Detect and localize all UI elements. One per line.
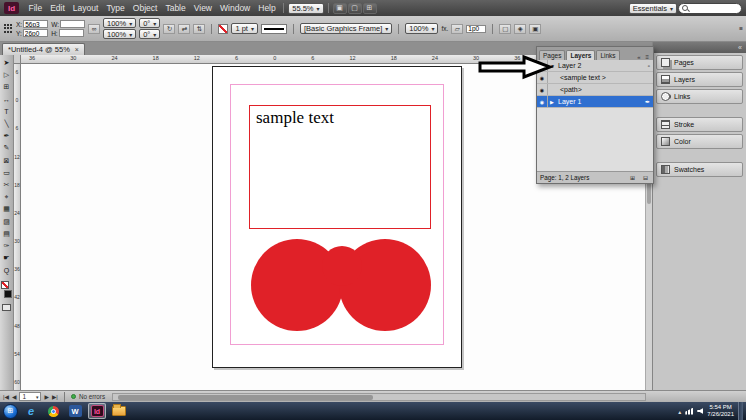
stroke-type-combo[interactable]: [261, 24, 287, 34]
horizontal-scrollbar[interactable]: [112, 393, 646, 401]
visibility-eye-icon[interactable]: ◉: [537, 84, 548, 95]
scissors-tool[interactable]: ✂: [0, 179, 13, 191]
rotation-angle-combo[interactable]: 0°: [139, 18, 160, 28]
red-circle-small[interactable]: [322, 246, 362, 286]
show-hidden-icons[interactable]: ▴: [678, 408, 681, 415]
visibility-eye-icon[interactable]: ◉: [537, 96, 548, 107]
fill-swatch[interactable]: [1, 281, 9, 289]
page-number-combo[interactable]: 1: [19, 392, 41, 401]
view-options-icon[interactable]: ▣: [333, 3, 347, 14]
close-tab-icon[interactable]: ×: [75, 46, 79, 53]
tab-layers[interactable]: Layers: [566, 50, 595, 60]
explorer-taskbar-icon[interactable]: [110, 403, 128, 419]
taskbar-clock[interactable]: 5:54 PM 7/26/2021: [707, 404, 734, 418]
stroke-weight-combo[interactable]: 1 pt: [231, 23, 258, 34]
opacity-combo[interactable]: 100%: [405, 23, 438, 34]
object-style-combo[interactable]: [Basic Graphics Frame]: [300, 23, 392, 34]
menu-type[interactable]: Type: [103, 3, 128, 13]
stroke-swatch[interactable]: [4, 290, 12, 298]
selection-square-icon[interactable]: ▫: [648, 63, 650, 69]
dock-stroke-button[interactable]: Stroke: [656, 117, 743, 132]
new-layer-icon[interactable]: ⊞: [628, 174, 637, 181]
rectangle-frame-tool[interactable]: ⊠: [0, 155, 13, 167]
wrap-shape-icon[interactable]: ▣: [529, 24, 541, 34]
ruler-origin-box[interactable]: [14, 55, 21, 64]
last-page-icon[interactable]: ▶|: [52, 394, 58, 400]
dock-layers-button[interactable]: Layers: [656, 72, 743, 87]
y-field[interactable]: [23, 29, 48, 37]
volume-icon[interactable]: [697, 408, 703, 414]
free-transform-tool[interactable]: ⌖: [0, 191, 13, 203]
view-mode-button[interactable]: [2, 304, 11, 311]
pencil-tool[interactable]: ✎: [0, 142, 13, 154]
tab-links[interactable]: Links: [596, 50, 619, 60]
zoom-tool[interactable]: Q: [0, 264, 13, 276]
corner-radius-field[interactable]: [466, 25, 486, 33]
text-frame[interactable]: sample text: [249, 105, 431, 229]
layer-item-sample-text[interactable]: ◉ <sample text >: [537, 72, 653, 84]
gap-tool[interactable]: ↔: [0, 94, 13, 106]
dock-swatches-button[interactable]: Swatches: [656, 162, 743, 177]
line-tool[interactable]: ╲: [0, 118, 13, 130]
arrange-documents-icon[interactable]: ⊞: [363, 3, 377, 14]
indesign-taskbar-icon[interactable]: Id: [88, 403, 106, 419]
menu-view[interactable]: View: [190, 3, 215, 13]
note-tool[interactable]: ▤: [0, 228, 13, 240]
zoom-level-combo[interactable]: 55.5%: [288, 3, 323, 14]
collapse-dock-icon[interactable]: «: [738, 44, 742, 51]
stroke-color-none-swatch[interactable]: [218, 24, 228, 34]
drop-shadow-icon[interactable]: ▱: [451, 24, 463, 34]
scale-x-combo[interactable]: 100%: [103, 18, 136, 28]
chrome-taskbar-icon[interactable]: [44, 403, 62, 419]
screen-mode-icon[interactable]: ▢: [348, 3, 362, 14]
horizontal-scrollbar-thumb[interactable]: [118, 395, 373, 400]
direct-selection-tool[interactable]: ▷: [0, 69, 13, 81]
menu-table[interactable]: Table: [162, 3, 189, 13]
x-field[interactable]: [23, 20, 48, 28]
constrain-proportions-icon[interactable]: ∞: [88, 24, 100, 34]
dock-pages-button[interactable]: Pages: [656, 55, 743, 70]
start-button[interactable]: ⊞: [3, 404, 18, 419]
w-field[interactable]: [60, 20, 85, 28]
flip-horizontal-icon[interactable]: ⇄: [178, 24, 190, 34]
type-tool[interactable]: T: [0, 106, 13, 118]
reference-point-locator[interactable]: [3, 24, 13, 34]
show-desktop-button[interactable]: [738, 402, 743, 420]
eyedropper-tool[interactable]: ✑: [0, 240, 13, 252]
effects-fx-button[interactable]: fx.: [441, 25, 448, 32]
layer-row-layer-1[interactable]: ◉ ▶ Layer 1 ✒: [537, 96, 653, 108]
vertical-ruler[interactable]: 606121824303642485460: [14, 64, 21, 390]
scale-y-combo[interactable]: 100%: [103, 29, 136, 39]
menu-file[interactable]: File: [25, 3, 46, 13]
dock-color-button[interactable]: Color: [656, 134, 743, 149]
flip-vertical-icon[interactable]: ⇅: [193, 24, 205, 34]
network-icon[interactable]: [685, 408, 693, 415]
layer-item-path[interactable]: ◉ <path>: [537, 84, 653, 96]
menu-help[interactable]: Help: [255, 3, 279, 13]
document-page[interactable]: sample text: [212, 66, 462, 368]
menu-layout[interactable]: Layout: [69, 3, 102, 13]
shear-angle-combo[interactable]: 0°: [139, 29, 160, 39]
word-taskbar-icon[interactable]: W: [66, 403, 84, 419]
delete-layer-icon[interactable]: ⊟: [641, 174, 650, 181]
search-box[interactable]: [678, 3, 742, 14]
selection-tool[interactable]: ➤: [0, 57, 13, 69]
wrap-none-icon[interactable]: ▢: [499, 24, 511, 34]
menu-object[interactable]: Object: [129, 3, 161, 13]
search-input[interactable]: [690, 5, 738, 12]
menu-window[interactable]: Window: [217, 3, 254, 13]
expand-triangle-icon[interactable]: ▶: [550, 99, 556, 105]
gradient-swatch-tool[interactable]: ▦: [0, 203, 13, 215]
control-panel-menu-icon[interactable]: ≡: [739, 25, 743, 32]
next-page-icon[interactable]: ▶: [44, 394, 48, 400]
h-field[interactable]: [59, 29, 84, 37]
first-page-icon[interactable]: |◀: [3, 394, 9, 400]
internet-explorer-taskbar-icon[interactable]: e: [22, 403, 40, 419]
rotate-icon[interactable]: ↻: [163, 24, 175, 34]
document-tab[interactable]: *Untitled-4 @ 55% ×: [2, 43, 85, 55]
previous-page-icon[interactable]: ◀: [12, 394, 16, 400]
dock-links-button[interactable]: Links: [656, 89, 743, 104]
gradient-feather-tool[interactable]: ▨: [0, 215, 13, 227]
wrap-bounding-icon[interactable]: ◈: [514, 24, 526, 34]
page-tool[interactable]: ⊞: [0, 81, 13, 93]
